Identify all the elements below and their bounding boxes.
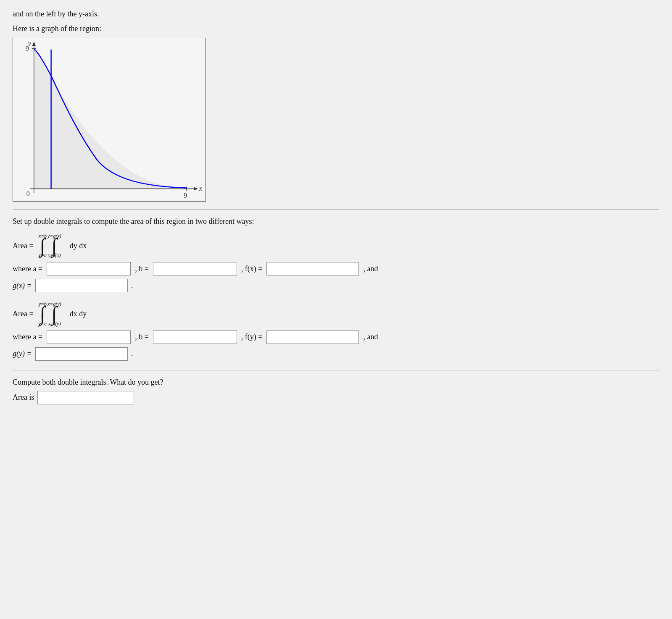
fy-label-2: , f(y) = xyxy=(241,333,263,341)
where-line-1: where a = , b = , f(x) = , and xyxy=(13,262,659,275)
gx-input-1[interactable] xyxy=(35,279,128,292)
lower-limit-2a: y=a xyxy=(39,321,47,326)
fy-input-2[interactable] xyxy=(266,330,359,344)
gy-label-2: g(y) = xyxy=(13,349,32,358)
compute-divider xyxy=(13,370,659,370)
lower-limit-1a: x=a xyxy=(39,253,47,258)
and-label-2: , and xyxy=(363,333,378,341)
area-line-2: Area = y=b ∫ y=a x=g(y) ∫ x=f(y) dx dy xyxy=(13,302,659,326)
svg-text:y: y xyxy=(27,40,32,47)
integral-block-1: Area = x=b ∫ x=a y=g(x) ∫ y=f(x) dy dx w… xyxy=(13,233,659,292)
lower-limit-2b: x=f(y) xyxy=(48,321,61,326)
where-a-input-1[interactable] xyxy=(47,262,131,275)
gy-line-2: g(y) = . xyxy=(13,347,659,361)
compute-section: Compute both double integrals. What do y… xyxy=(13,378,659,404)
compute-title: Compute both double integrals. What do y… xyxy=(13,378,659,387)
area-is-label: Area is xyxy=(13,393,34,402)
section-title: Set up double integrals to compute the a… xyxy=(13,217,659,226)
dot-1: . xyxy=(131,281,133,290)
section-divider xyxy=(13,209,659,210)
double-integral-1: x=b ∫ x=a y=g(x) ∫ y=f(x) xyxy=(39,233,62,258)
where-line-2: where a = , b = , f(y) = , and xyxy=(13,330,659,344)
integral-block-2: Area = y=b ∫ y=a x=g(y) ∫ x=f(y) dx dy w… xyxy=(13,302,659,360)
intro-line1: and on the left by the y-axis. xyxy=(13,8,659,20)
area-line-1: Area = x=b ∫ x=a y=g(x) ∫ y=f(x) dy dx xyxy=(13,233,659,258)
where-a-label-1: where a = xyxy=(13,265,42,273)
b-input-2[interactable] xyxy=(153,330,237,344)
b-label-1: , b = xyxy=(135,265,149,273)
area-label-2: Area = xyxy=(13,310,34,318)
integrand-1: dy dx xyxy=(70,241,87,250)
intro-line2: Here is a graph of the region: xyxy=(13,23,659,34)
fx-label-1: , f(x) = xyxy=(241,265,263,273)
gx-label-1: g(x) = xyxy=(13,281,32,290)
area-is-input[interactable] xyxy=(37,391,134,404)
where-a-label-2: where a = xyxy=(13,333,42,341)
svg-text:9: 9 xyxy=(184,192,187,199)
area-label-1: Area = xyxy=(13,241,34,250)
where-a-input-2[interactable] xyxy=(47,330,131,344)
area-is-line: Area is xyxy=(13,391,659,404)
double-integral-2: y=b ∫ y=a x=g(y) ∫ x=f(y) xyxy=(39,302,62,326)
svg-marker-2 xyxy=(32,42,36,46)
and-label-1: , and xyxy=(363,265,378,273)
svg-text:x: x xyxy=(199,185,202,192)
b-input-1[interactable] xyxy=(153,262,237,275)
dot-2: . xyxy=(131,349,133,358)
lower-limit-1b: y=f(x) xyxy=(48,253,61,258)
gx-line-1: g(x) = . xyxy=(13,279,659,292)
svg-text:0: 0 xyxy=(26,190,30,197)
integrand-2: dx dy xyxy=(70,310,87,318)
svg-marker-3 xyxy=(194,187,198,190)
b-label-2: , b = xyxy=(135,333,149,341)
fx-input-1[interactable] xyxy=(266,262,359,275)
graph-region: 9 9 0 y x xyxy=(13,38,206,202)
gy-input-2[interactable] xyxy=(35,347,128,361)
